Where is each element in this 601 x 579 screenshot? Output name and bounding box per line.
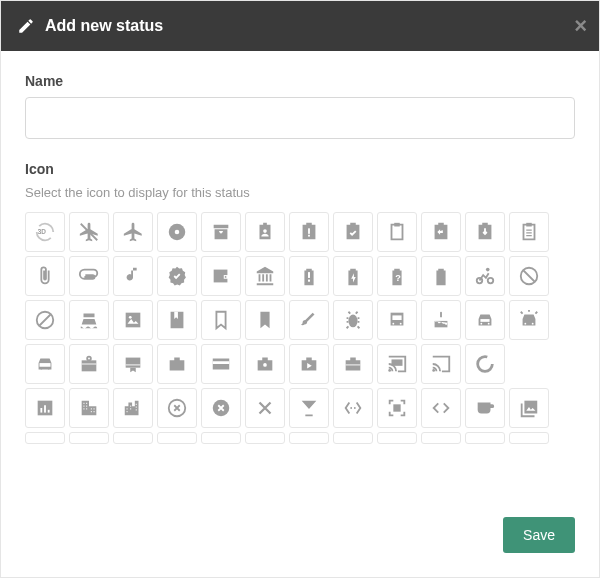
icon-briefcase[interactable]	[157, 344, 197, 384]
icon-badge[interactable]	[245, 212, 285, 252]
icon-cut-3[interactable]	[113, 432, 153, 444]
icon-assignment-late[interactable]	[289, 212, 329, 252]
modal-body: Name Icon Select the icon to display for…	[1, 51, 599, 505]
icon-attachment[interactable]	[69, 256, 109, 296]
icon-block-outline[interactable]	[25, 300, 65, 340]
icon-battery-charging[interactable]	[333, 256, 373, 296]
svg-point-29	[263, 363, 267, 367]
icon-play-briefcase[interactable]	[289, 344, 329, 384]
icon-wallet[interactable]	[201, 256, 241, 296]
icon-album[interactable]	[157, 212, 197, 252]
name-label: Name	[25, 73, 575, 89]
icon-cut-6[interactable]	[245, 432, 285, 444]
icon-clipboard[interactable]	[377, 212, 417, 252]
svg-rect-17	[392, 315, 401, 320]
icon-collections[interactable]	[509, 388, 549, 428]
svg-text:3D: 3D	[38, 228, 47, 235]
icon-book[interactable]	[157, 300, 197, 340]
icon-bug[interactable]	[333, 300, 373, 340]
svg-point-18	[392, 323, 394, 325]
icon-block[interactable]	[509, 256, 549, 296]
icon-business[interactable]	[69, 388, 109, 428]
icon-fullscreen[interactable]	[377, 388, 417, 428]
icon-cut-12[interactable]	[509, 432, 549, 444]
icon-card-giftcard[interactable]	[69, 344, 109, 384]
icon-cast-connected[interactable]	[377, 344, 417, 384]
icon-cut-7[interactable]	[289, 432, 329, 444]
icon-cake[interactable]	[421, 300, 461, 340]
svg-point-32	[432, 369, 435, 372]
icon-boat[interactable]	[69, 300, 109, 340]
icon-car[interactable]	[465, 300, 505, 340]
icon-archive[interactable]	[201, 212, 241, 252]
icon-bookmark-outline[interactable]	[201, 300, 241, 340]
icon-brush[interactable]	[289, 300, 329, 340]
svg-point-33	[478, 357, 493, 372]
svg-text:?: ?	[395, 273, 401, 283]
icon-cut-11[interactable]	[465, 432, 505, 444]
svg-point-22	[488, 323, 490, 325]
icon-image[interactable]	[113, 300, 153, 340]
icon-airplane[interactable]	[113, 212, 153, 252]
svg-point-12	[486, 268, 490, 272]
pencil-icon	[17, 17, 35, 35]
svg-rect-28	[213, 361, 230, 364]
svg-rect-8	[308, 280, 310, 282]
icon-airplanemode-off[interactable]	[69, 212, 109, 252]
icon-cast[interactable]	[421, 344, 461, 384]
icon-battery-full[interactable]	[421, 256, 461, 296]
icon-grid: 3D ?	[25, 212, 575, 428]
close-icon[interactable]: ×	[574, 15, 587, 37]
icon-account-balance[interactable]	[245, 256, 285, 296]
icon-cut-5[interactable]	[201, 432, 241, 444]
icon-assignment-check[interactable]	[333, 212, 373, 252]
icon-cut-9[interactable]	[377, 432, 417, 444]
svg-rect-7	[308, 272, 310, 278]
svg-point-39	[350, 407, 352, 409]
icon-coffee[interactable]	[465, 388, 505, 428]
icon-cut-1[interactable]	[25, 432, 65, 444]
icon-city[interactable]	[113, 388, 153, 428]
icon-cut-4[interactable]	[157, 432, 197, 444]
svg-point-3	[263, 229, 267, 233]
icon-music-note[interactable]	[113, 256, 153, 296]
icon-close[interactable]	[245, 388, 285, 428]
icon-cancel[interactable]	[201, 388, 241, 428]
save-button[interactable]: Save	[503, 517, 575, 553]
icon-attach-file[interactable]	[25, 256, 65, 296]
icon-card-membership[interactable]	[113, 344, 153, 384]
icon-battery-unknown[interactable]: ?	[377, 256, 417, 296]
icon-hint: Select the icon to display for this stat…	[25, 185, 575, 200]
icon-bus[interactable]	[377, 300, 417, 340]
svg-point-40	[354, 407, 356, 409]
icon-circle-notch[interactable]	[465, 344, 505, 384]
svg-point-15	[129, 316, 132, 319]
icon-directions-car[interactable]	[25, 344, 65, 384]
icon-shopping-briefcase[interactable]	[245, 344, 285, 384]
icon-cancel-outline[interactable]	[157, 388, 197, 428]
icon-cut-2[interactable]	[69, 432, 109, 444]
svg-point-6	[225, 276, 227, 278]
svg-rect-4	[308, 228, 310, 234]
icon-cocktail[interactable]	[289, 388, 329, 428]
icon-cut-8[interactable]	[333, 432, 373, 444]
icon-cut-10[interactable]	[421, 432, 461, 444]
icon-3d-rotation[interactable]: 3D	[25, 212, 65, 252]
icon-bar-chart[interactable]	[25, 388, 65, 428]
name-input[interactable]	[25, 97, 575, 139]
icon-bookmark[interactable]	[245, 300, 285, 340]
icon-assignment-return[interactable]	[421, 212, 461, 252]
svg-rect-25	[40, 363, 51, 367]
icon-empty[interactable]	[509, 344, 549, 384]
icon-bike[interactable]	[465, 256, 505, 296]
icon-code[interactable]	[421, 388, 461, 428]
icon-assignment-down[interactable]	[465, 212, 505, 252]
icon-verified[interactable]	[157, 256, 197, 296]
icon-clipboard-list[interactable]	[509, 212, 549, 252]
icon-credit-card[interactable]	[201, 344, 241, 384]
icon-work-briefcase[interactable]	[333, 344, 373, 384]
svg-rect-5	[308, 235, 310, 237]
icon-car-lights[interactable]	[509, 300, 549, 340]
icon-battery-alert[interactable]	[289, 256, 329, 296]
icon-code-braces[interactable]	[333, 388, 373, 428]
